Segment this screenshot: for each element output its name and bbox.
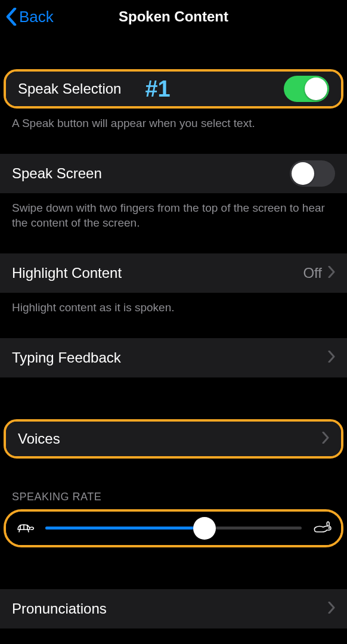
speaking-rate-header: SPEAKING RATE [0,491,347,509]
annotation-number: #1 [145,76,170,102]
chevron-right-icon [322,432,329,446]
chevron-right-icon [328,266,335,280]
row-speak-screen[interactable]: Speak Screen [0,154,347,193]
speak-screen-toggle[interactable] [290,160,335,187]
speak-selection-footer: A Speak button will appear when you sele… [0,109,347,131]
typing-feedback-label: Typing Feedback [12,349,121,366]
chevron-right-icon [328,602,335,616]
row-speaking-rate [6,512,341,545]
content: Speak Selection #1 A Speak button will a… [0,33,347,644]
speak-selection-toggle[interactable] [284,76,329,102]
back-button[interactable]: Back [6,0,54,33]
row-speak-selection[interactable]: Speak Selection #1 [6,72,341,106]
chevron-right-icon [328,351,335,365]
pronunciations-label: Pronunciations [12,600,107,617]
rabbit-icon [311,520,333,537]
speak-screen-label: Speak Screen [12,165,102,182]
row-highlight-content[interactable]: Highlight Content Off [0,253,347,293]
row-typing-feedback[interactable]: Typing Feedback [0,338,347,377]
row-voices[interactable]: Voices [6,422,341,456]
chevron-left-icon [6,8,17,26]
row-pronunciations[interactable]: Pronunciations [0,589,347,628]
speak-selection-label: Speak Selection [18,80,121,97]
svg-point-0 [329,527,329,528]
navbar: Back Spoken Content [0,0,347,33]
speak-screen-footer: Swipe down with two fingers from the top… [0,193,347,231]
highlight-ring-speaking-rate [4,509,343,547]
voices-label: Voices [18,431,60,447]
highlight-ring-speak-selection: Speak Selection #1 [4,69,343,109]
back-label: Back [19,8,54,26]
page-title: Spoken Content [119,8,228,25]
highlight-ring-voices: Voices [4,419,343,459]
turtle-icon [14,520,36,537]
speaking-rate-slider[interactable] [45,516,302,540]
highlight-content-label: Highlight Content [12,265,122,281]
highlight-content-value: Off [303,265,322,281]
highlight-content-footer: Highlight content as it is spoken. [0,293,347,315]
